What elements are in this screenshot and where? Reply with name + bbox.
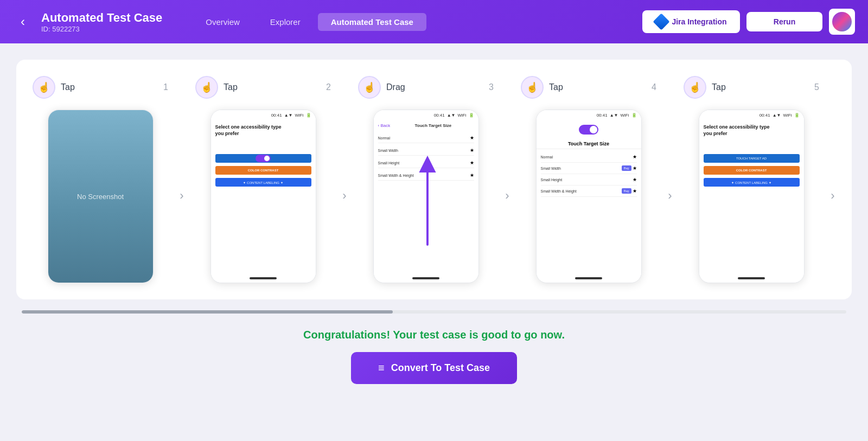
steps-carousel: ☝ Tap 1 No Screenshot › ☝ Tap 2 bbox=[16, 60, 852, 299]
drag-row-small-height: Small Height ★ bbox=[378, 158, 474, 168]
drag-row-normal: Normal ★ bbox=[378, 133, 474, 143]
phone-content-2: Select one accessibility typeyou prefer … bbox=[211, 120, 316, 274]
step-5-header: ☝ Tap 5 bbox=[678, 76, 825, 99]
drag-back-btn: ‹ Back bbox=[378, 123, 391, 128]
jira-icon bbox=[653, 13, 670, 30]
tap-icon-4: ☝ bbox=[526, 81, 538, 93]
touch-row-right-swh: Bug ★ bbox=[622, 188, 637, 194]
star-sw-t: ★ bbox=[633, 165, 637, 171]
drag-screen-title: Touch Target Size bbox=[414, 123, 451, 128]
home-indicator-3 bbox=[374, 274, 478, 283]
phone-screen-5: 00:41 ▲▼ WiFi 🔋 Select one accessibility… bbox=[699, 110, 804, 283]
phone-screen-2: 00:41 ▲▼ WiFi 🔋 Select one accessibility… bbox=[211, 110, 316, 283]
step-3-icon: ☝ bbox=[358, 76, 381, 99]
touch-title: Touch Target Size bbox=[537, 139, 641, 149]
back-icon: ‹ bbox=[21, 14, 25, 29]
drag-row-small-width: Small Width ★ bbox=[378, 145, 474, 156]
rerun-button[interactable]: Rerun bbox=[746, 12, 822, 31]
convert-to-test-case-button[interactable]: ≡ Convert To Test Case bbox=[351, 352, 517, 384]
header-title-group: Automated Test Case ID: 5922273 bbox=[41, 11, 162, 33]
touch-toggle bbox=[579, 125, 598, 135]
main-content: ☝ Tap 1 No Screenshot › ☝ Tap 2 bbox=[0, 43, 868, 406]
star-normal-t: ★ bbox=[633, 154, 637, 159]
nav-automated-test-case[interactable]: Automated Test Case bbox=[318, 13, 426, 31]
arrow-4-5: › bbox=[662, 189, 678, 203]
phone-btn-content: ✦ CONTENT LABELING ✦ bbox=[215, 178, 311, 187]
step-5-icon: ☝ bbox=[684, 76, 706, 99]
touch-screen: 00:41 ▲▼ WiFi 🔋 Touch Target Size Normal bbox=[537, 110, 641, 283]
test-id: ID: 5922273 bbox=[41, 25, 162, 33]
touch-list: Normal ★ Small Width Bug ★ bbox=[537, 149, 641, 274]
touch-row-normal: Normal ★ bbox=[541, 151, 637, 163]
convert-icon: ≡ bbox=[378, 362, 385, 374]
star-small-height: ★ bbox=[470, 160, 474, 165]
step-4-icon: ☝ bbox=[521, 76, 544, 99]
star-sh-t: ★ bbox=[633, 177, 637, 182]
step-2: ☝ Tap 2 00:41 ▲▼ WiFi 🔋 Select one acces… bbox=[190, 76, 336, 283]
toggle bbox=[256, 155, 271, 162]
step-3-header: ☝ Drag 3 bbox=[353, 76, 499, 99]
step-4: ☝ Tap 4 00:41 ▲▼ WiFi 🔋 bbox=[515, 76, 662, 283]
congrats-text: Congratulations! Your test case is good … bbox=[16, 329, 852, 341]
jira-integration-button[interactable]: Jira Integration bbox=[642, 10, 740, 33]
tap-icon-5: ☝ bbox=[689, 81, 701, 93]
phone-btn-color: COLOR CONTRAST bbox=[215, 166, 311, 175]
drag-icon: ☝ bbox=[363, 81, 375, 93]
home-bar-4 bbox=[575, 277, 602, 279]
drag-screen: 00:41 ▲▼ WiFi 🔋 ‹ Back Touch Target Size… bbox=[374, 110, 478, 283]
convert-button-label: Convert To Test Case bbox=[391, 362, 490, 374]
touch-row-small-height: Small Height ★ bbox=[541, 174, 637, 186]
status-bar-4: 00:41 ▲▼ WiFi 🔋 bbox=[537, 110, 641, 120]
step-3-label: Drag bbox=[386, 82, 405, 92]
mini-btn-swh: Bug bbox=[622, 188, 631, 194]
step-5-label: Tap bbox=[712, 82, 726, 92]
step-1-icon: ☝ bbox=[33, 76, 55, 99]
step-3: ☝ Drag 3 00:41 ▲▼ WiFi 🔋 ‹ Back Touch Ta… bbox=[353, 76, 499, 283]
step-2-number: 2 bbox=[326, 82, 336, 92]
touch-row-right-normal: ★ bbox=[633, 154, 637, 159]
step-5-number: 5 bbox=[814, 82, 825, 92]
tap-icon-1: ☝ bbox=[38, 81, 50, 93]
touch-toggle-circle bbox=[590, 126, 597, 133]
arrow-3-4: › bbox=[499, 189, 515, 203]
step-2-header: ☝ Tap 2 bbox=[190, 76, 336, 99]
arrow-1-2: › bbox=[174, 189, 190, 203]
step-2-phone: 00:41 ▲▼ WiFi 🔋 Select one accessibility… bbox=[210, 110, 316, 283]
step-2-label: Tap bbox=[224, 82, 238, 92]
step-2-icon: ☝ bbox=[195, 76, 218, 99]
app-header: ‹ Automated Test Case ID: 5922273 Overvi… bbox=[0, 0, 868, 43]
header-nav: Overview Explorer Automated Test Case bbox=[193, 13, 634, 31]
drag-nav: ‹ Back Touch Target Size bbox=[374, 120, 478, 131]
touch-row-small-width: Small Width Bug ★ bbox=[541, 163, 637, 174]
congrats-section: Congratulations! Your test case is good … bbox=[16, 314, 852, 352]
step-4-number: 4 bbox=[652, 82, 662, 92]
avatar-button[interactable] bbox=[829, 9, 855, 35]
status-bar-2: 00:41 ▲▼ WiFi 🔋 bbox=[211, 110, 316, 120]
phone-title-2: Select one accessibility typeyou prefer bbox=[215, 124, 311, 137]
status-bar-3: 00:41 ▲▼ WiFi 🔋 bbox=[374, 110, 478, 120]
step-1-number: 1 bbox=[163, 82, 174, 92]
arrow-right-end: › bbox=[825, 189, 841, 203]
nav-explorer[interactable]: Explorer bbox=[257, 13, 314, 31]
home-bar-3 bbox=[412, 277, 439, 279]
status-bar-5: 00:41 ▲▼ WiFi 🔋 bbox=[699, 110, 804, 120]
star-small-wh: ★ bbox=[470, 172, 474, 178]
back-button[interactable]: ‹ bbox=[13, 12, 33, 31]
toggle-circle bbox=[264, 156, 270, 161]
touch-row-right-sh: ★ bbox=[633, 177, 637, 182]
convert-section: ≡ Convert To Test Case bbox=[16, 352, 852, 395]
page-title: Automated Test Case bbox=[41, 11, 162, 25]
mini-btn-sw: Bug bbox=[622, 165, 631, 171]
step-4-phone: 00:41 ▲▼ WiFi 🔋 Touch Target Size Normal bbox=[536, 110, 642, 283]
step-4-header: ☝ Tap 4 bbox=[515, 76, 662, 99]
step-3-phone: 00:41 ▲▼ WiFi 🔋 ‹ Back Touch Target Size… bbox=[373, 110, 479, 283]
home-bar bbox=[250, 277, 277, 279]
step-4-label: Tap bbox=[549, 82, 563, 92]
arrow-2-3: › bbox=[336, 189, 353, 203]
star-swh-t: ★ bbox=[633, 188, 637, 194]
phone-content-5: Select one accessibility typeyou prefer … bbox=[699, 120, 804, 274]
drag-list: Normal ★ Small Width ★ Small Height ★ bbox=[374, 131, 478, 274]
nav-overview[interactable]: Overview bbox=[193, 13, 253, 31]
drag-row-small-wh: Small Width & Height ★ bbox=[378, 170, 474, 181]
touch-header-bar bbox=[537, 120, 641, 139]
